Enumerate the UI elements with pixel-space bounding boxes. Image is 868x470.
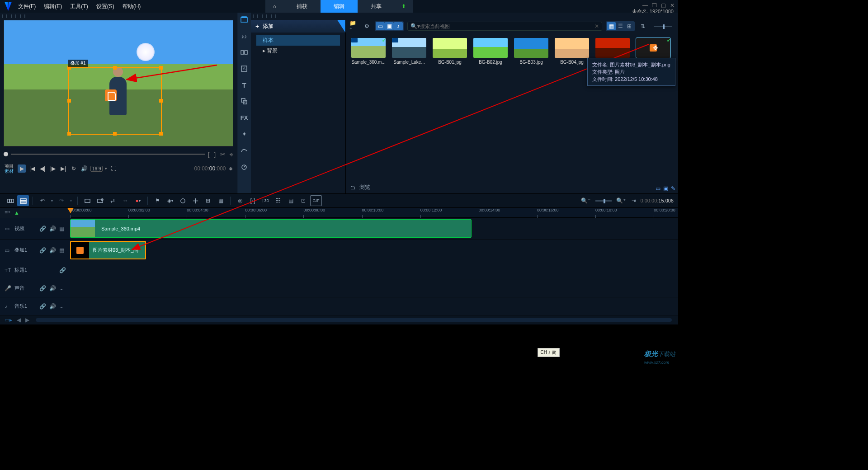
loop-button[interactable]: ↻ <box>70 164 78 173</box>
tool-swap-icon[interactable]: ⇄ <box>107 195 118 206</box>
tree-item-background[interactable]: ▸ 背景 <box>256 46 340 56</box>
filter-photo-icon[interactable]: ▣ <box>385 22 394 30</box>
record-icon[interactable]: ●▾ <box>132 195 144 206</box>
panel-image-icon[interactable]: ▣ <box>663 185 668 192</box>
zoom-out-icon[interactable]: 🔍⁻ <box>580 195 592 206</box>
play-button[interactable]: ▶ <box>18 164 26 173</box>
upload-icon[interactable]: ⬆ <box>395 0 413 13</box>
mask-icon[interactable]: ▤ <box>285 195 297 206</box>
go-start-button[interactable]: |◀ <box>28 164 36 173</box>
track-body[interactable] <box>70 297 678 315</box>
tool-2-icon[interactable] <box>94 195 106 206</box>
speed-icon[interactable] <box>240 162 249 171</box>
chapter-icon[interactable]: ◈▾ <box>164 195 176 206</box>
mark-in-icon[interactable]: [ <box>208 151 210 158</box>
audio-icon[interactable]: ♪♪ <box>240 32 249 41</box>
media-library-icon[interactable] <box>240 15 249 24</box>
tab-capture[interactable]: 捕获 <box>283 0 321 13</box>
view-thumb-icon[interactable]: ▦ <box>607 22 616 30</box>
settings-gear-icon[interactable]: ⚙ <box>362 22 371 30</box>
timeline-zoom-slider[interactable] <box>595 200 612 202</box>
resize-handle[interactable] <box>67 132 71 136</box>
focus-icon[interactable]: [◦] <box>247 195 259 206</box>
split-icon[interactable]: ✂ <box>220 151 225 158</box>
chevron-down-icon[interactable]: ⌄ <box>59 285 66 291</box>
resize-handle[interactable] <box>159 99 163 103</box>
mute-icon[interactable]: 🔊 <box>49 303 56 310</box>
tab-edit[interactable]: 编辑 <box>321 0 358 13</box>
view-list-icon[interactable]: ☰ <box>616 22 625 30</box>
menu-tools[interactable]: 工具(T) <box>70 3 88 10</box>
chevron-down-icon[interactable]: ⌄ <box>59 303 66 310</box>
browse-bar[interactable]: 🗀 浏览 ▭ ▣ ✎ <box>346 181 678 193</box>
tool-slip-icon[interactable]: ↔ <box>119 195 131 206</box>
maximize-icon[interactable]: ▢ <box>660 2 666 9</box>
text-3d-icon[interactable]: T3D <box>259 195 271 206</box>
tool-b-icon[interactable] <box>189 195 201 206</box>
resize-handle[interactable] <box>113 66 117 70</box>
track-body[interactable]: 图片素材03_副本_副 <box>70 240 678 261</box>
scrub-bar[interactable]: [ ] ✂ ⎆ <box>4 150 233 158</box>
resize-handle[interactable] <box>159 132 163 136</box>
scroll-prev-icon[interactable]: ◀ <box>17 317 21 323</box>
track-body[interactable] <box>70 261 678 279</box>
cut-icon[interactable]: ⎆ <box>230 151 233 158</box>
transition-icon[interactable] <box>240 48 249 57</box>
view-grid-icon[interactable]: ⊞ <box>625 22 634 30</box>
motion-path-icon[interactable] <box>240 146 249 155</box>
menu-settings[interactable]: 设置(S) <box>96 3 114 10</box>
mark-out-icon[interactable]: ] <box>214 151 216 158</box>
redo-icon[interactable]: ↷ <box>56 195 67 206</box>
prev-frame-button[interactable]: ◀| <box>38 164 47 173</box>
thumbnail-item[interactable]: ✔Sample_360.m... <box>351 38 386 65</box>
link-icon[interactable]: 🔗 <box>39 285 46 291</box>
add-media-button[interactable]: +添加 <box>251 20 345 33</box>
next-frame-button[interactable]: |▶ <box>49 164 57 173</box>
scroll-next-icon[interactable]: ▶ <box>25 317 29 323</box>
menu-file[interactable]: 文件(F) <box>18 3 36 10</box>
thumbnail-item[interactable]: BG-B03.jpg <box>514 38 548 65</box>
close-icon[interactable]: ✕ <box>669 2 675 9</box>
thumbnail-item[interactable]: BG-B04.jpg <box>555 38 589 65</box>
storyboard-view-icon[interactable] <box>5 195 16 206</box>
link-icon[interactable]: 🔗 <box>39 226 46 232</box>
fit-timeline-icon[interactable]: ⇥ <box>628 195 640 206</box>
scroll-handle-icon[interactable]: ▭▸ <box>5 317 12 323</box>
timeline-view-icon[interactable] <box>17 195 29 206</box>
mute-icon[interactable]: 🔊 <box>49 247 56 254</box>
undo-icon[interactable]: ↶ <box>37 195 48 206</box>
volume-button[interactable]: 🔊 <box>80 164 88 173</box>
filter-audio-icon[interactable]: ♪ <box>394 22 403 30</box>
panel-grip[interactable] <box>2 14 29 18</box>
resize-handle[interactable] <box>113 132 117 136</box>
go-end-button[interactable]: ▶| <box>59 164 67 173</box>
menu-edit[interactable]: 编辑(E) <box>44 3 62 10</box>
lock-icon[interactable]: ▦ <box>59 247 66 254</box>
tool-c-icon[interactable]: ▦ <box>215 195 226 206</box>
thumbnail-item[interactable]: Sample_Lake... <box>392 38 426 65</box>
time-ruler[interactable]: 00:00:00:0000:00:02:0000:00:04:0000:00:0… <box>70 208 678 218</box>
track-add-icon[interactable]: ≡⁺ <box>5 210 10 216</box>
zoom-in-icon[interactable]: 🔍⁺ <box>615 195 627 206</box>
title-icon[interactable]: A <box>240 64 249 73</box>
gif-icon[interactable]: GIF <box>310 195 322 206</box>
thumb-size-slider[interactable] <box>654 26 672 27</box>
clip-overlay[interactable]: 图片素材03_副本_副 <box>70 241 146 259</box>
lock-icon[interactable]: ▦ <box>59 226 66 232</box>
tab-share[interactable]: 共享 <box>358 0 395 13</box>
restore-icon[interactable]: ❐ <box>651 2 657 9</box>
redo-dropdown-icon[interactable]: ▼ <box>68 195 74 206</box>
filter-video-icon[interactable]: ▭ <box>376 22 385 30</box>
minimize-icon[interactable]: — <box>642 2 648 9</box>
track-motion-icon[interactable]: ◎ <box>234 195 246 206</box>
track-collapse-icon[interactable]: ▲ <box>14 210 19 216</box>
tree-item-sample[interactable]: 样本 <box>256 35 340 46</box>
fx-icon[interactable]: FX <box>240 113 249 122</box>
subtitle-icon[interactable]: ☷ <box>272 195 284 206</box>
text-icon[interactable]: T <box>240 80 249 89</box>
preview-canvas[interactable]: 叠加 #1 <box>4 20 233 146</box>
selection-box[interactable] <box>68 67 162 135</box>
mute-icon[interactable]: 🔊 <box>49 226 56 232</box>
search-box[interactable]: 🔍▾ ✕ <box>407 22 602 31</box>
aspect-ratio[interactable]: 16:9 <box>90 166 103 172</box>
